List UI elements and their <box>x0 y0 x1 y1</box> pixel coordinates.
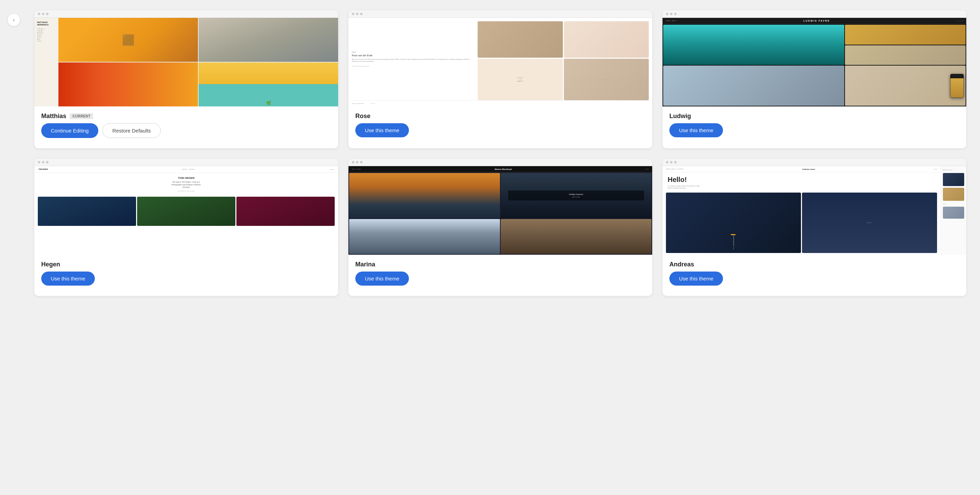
dot2 <box>42 13 45 15</box>
use-theme-andreas-button[interactable]: Use this theme <box>669 271 723 286</box>
main-content: MATTHIASHEIDERICH Lorem ipsum Landscape … <box>27 0 980 495</box>
theme-card-ludwig: WORK ABOUT LUDWIG FAVRE ●●● <box>662 10 966 148</box>
dot2 <box>42 161 45 163</box>
theme-preview-matthias: MATTHIASHEIDERICH Lorem ipsum Landscape … <box>34 10 338 106</box>
continue-editing-button[interactable]: Continue Editing <box>41 123 98 138</box>
theme-card-matthias: MATTHIASHEIDERICH Lorem ipsum Landscape … <box>34 10 338 148</box>
matthias-sidebar: MATTHIASHEIDERICH Lorem ipsum Landscape … <box>34 18 59 106</box>
marina-content: Work Contact Marina Weistkopf ● ● ● Gold… <box>348 166 652 255</box>
rose-theme-info: Rose <box>348 106 652 123</box>
dot2 <box>670 161 673 163</box>
back-button[interactable]: ‹ <box>8 14 20 26</box>
dot1 <box>352 161 354 163</box>
hegen-theme-name: Hegen <box>41 261 60 268</box>
dot1 <box>38 161 40 163</box>
dot3 <box>674 13 676 15</box>
theme-preview-hegen: TOM HEGEN ABOUT CONTACT ● ● ● ● TOM HEGE… <box>34 159 338 255</box>
andreas-theme-name: Andreas <box>669 261 694 268</box>
sidebar: ‹ <box>0 0 27 495</box>
dot3 <box>360 13 363 15</box>
dot2 <box>356 13 358 15</box>
hegen-content: TOM HEGEN ABOUT CONTACT ● ● ● ● TOM HEGE… <box>34 166 338 255</box>
hegen-theme-info: Hegen <box>34 255 338 271</box>
dot3 <box>46 13 48 15</box>
dot1 <box>38 13 40 15</box>
rose-content: Work Rose van der Ende My name is Rose v… <box>348 18 652 106</box>
rose-image-grid: LOGOS & MARKS LAYOUT <box>476 18 652 100</box>
theme-card-marina: Work Contact Marina Weistkopf ● ● ● Gold… <box>348 159 652 296</box>
dot3 <box>46 161 48 163</box>
dot3 <box>360 161 363 163</box>
theme-card-andreas: WORK ABOUT CONTACT Andreas Lavers ● ● ● … <box>662 159 966 296</box>
andreas-theme-info: Andreas <box>662 255 966 271</box>
ludwig-content: WORK ABOUT LUDWIG FAVRE ●●● <box>662 18 966 106</box>
themes-grid: MATTHIASHEIDERICH Lorem ipsum Landscape … <box>34 10 966 296</box>
theme-card-hegen: TOM HEGEN ABOUT CONTACT ● ● ● ● TOM HEGE… <box>34 159 338 296</box>
dot2 <box>670 13 673 15</box>
restore-defaults-button[interactable]: Restore Defaults <box>102 123 161 138</box>
matthias-img-orange <box>59 62 198 106</box>
use-theme-ludwig-button[interactable]: Use this theme <box>669 123 723 137</box>
dot2 <box>356 161 358 163</box>
ludwig-theme-actions: Use this theme <box>662 123 966 137</box>
dot1 <box>352 13 354 15</box>
matthias-current-badge: CURRENT <box>70 113 93 119</box>
theme-card-rose: Work Rose van der Ende My name is Rose v… <box>348 10 652 148</box>
theme-preview-rose: Work Rose van der Ende My name is Rose v… <box>348 10 652 106</box>
matthias-theme-actions: Continue Editing Restore Defaults <box>34 123 338 138</box>
use-theme-marina-button[interactable]: Use this theme <box>355 271 409 286</box>
andreas-theme-actions: Use this theme <box>662 271 966 286</box>
use-theme-hegen-button[interactable]: Use this theme <box>41 271 95 286</box>
matthias-img-arch <box>199 18 338 62</box>
hegen-theme-actions: Use this theme <box>34 271 338 286</box>
rose-theme-actions: Use this theme <box>348 123 652 137</box>
andreas-content: WORK ABOUT CONTACT Andreas Lavers ● ● ● … <box>662 166 966 255</box>
matthias-img-teal: 🌿 <box>199 62 338 106</box>
marina-theme-name: Marina <box>355 261 375 268</box>
marina-theme-actions: Use this theme <box>348 271 652 286</box>
ludwig-theme-name: Ludwig <box>669 113 691 120</box>
matthias-img-blocks: ⬛ <box>59 18 198 62</box>
use-theme-rose-button[interactable]: Use this theme <box>355 123 409 137</box>
theme-preview-andreas: WORK ABOUT CONTACT Andreas Lavers ● ● ● … <box>662 159 966 255</box>
dot1 <box>666 13 668 15</box>
matthias-theme-info: Matthias CURRENT <box>34 106 338 123</box>
ludwig-theme-info: Ludwig <box>662 106 966 123</box>
theme-preview-ludwig: WORK ABOUT LUDWIG FAVRE ●●● <box>662 10 966 106</box>
matthias-image-grid: ⬛ 🌿 <box>59 18 338 106</box>
marina-theme-info: Marina <box>348 255 652 271</box>
rose-theme-name: Rose <box>355 113 371 120</box>
dot3 <box>674 161 676 163</box>
matthias-theme-name: Matthias <box>41 113 66 120</box>
rose-text: Work Rose van der Ende My name is Rose v… <box>348 18 476 100</box>
dot1 <box>666 161 668 163</box>
theme-preview-marina: Work Contact Marina Weistkopf ● ● ● Gold… <box>348 159 652 255</box>
